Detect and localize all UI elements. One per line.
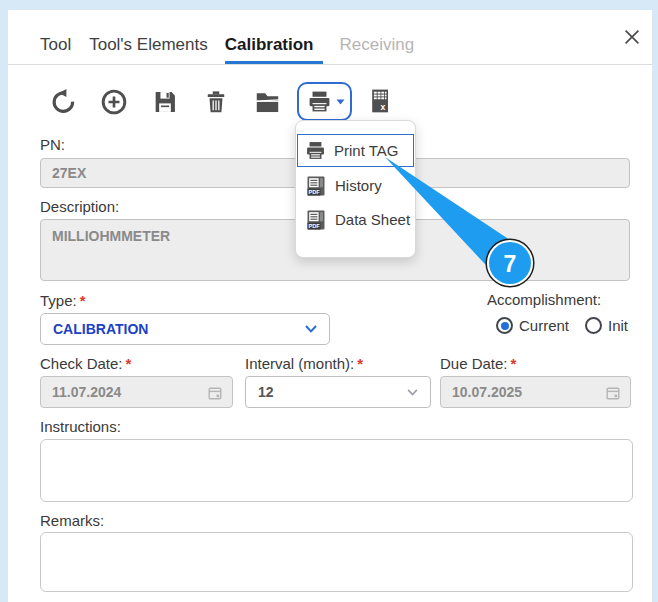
interval-select-value: 12 xyxy=(258,384,274,400)
page-background: Tool Tool's Elements Calibration Receivi… xyxy=(0,0,658,602)
refresh-icon xyxy=(49,88,77,116)
radio-init[interactable] xyxy=(585,317,602,334)
delete-button[interactable] xyxy=(201,86,231,118)
tab-receiving[interactable]: Receiving xyxy=(339,35,416,64)
accomplishment-radio-group: Current Init xyxy=(496,317,628,334)
instructions-label: Instructions: xyxy=(40,418,121,435)
type-select[interactable]: CALIBRATION xyxy=(40,313,330,345)
radio-current-label: Current xyxy=(519,317,569,334)
pdf-icon: PDF xyxy=(304,174,328,198)
required-asterisk: * xyxy=(80,292,86,309)
due-date-field[interactable]: 10.07.2025 xyxy=(440,376,631,408)
check-date-value: 11.07.2024 xyxy=(52,384,121,400)
calendar-icon xyxy=(605,385,621,401)
required-asterisk: * xyxy=(357,355,363,372)
svg-text:x: x xyxy=(380,102,385,112)
remarks-label: Remarks: xyxy=(40,512,104,529)
due-date-label: Due Date: xyxy=(440,355,508,372)
pn-label: PN: xyxy=(40,136,65,153)
folder-icon xyxy=(253,88,282,116)
add-button[interactable] xyxy=(99,86,129,118)
open-button[interactable] xyxy=(252,86,282,118)
instructions-textarea[interactable] xyxy=(40,439,633,502)
menu-item-history[interactable]: PDF History xyxy=(298,170,413,201)
menu-item-label: Print TAG xyxy=(334,142,398,159)
tab-bar: Tool Tool's Elements Calibration Receivi… xyxy=(8,10,652,65)
menu-item-label: Data Sheet xyxy=(335,211,410,228)
plus-circle-icon xyxy=(100,88,128,116)
type-label: Type: xyxy=(40,292,77,309)
radio-init-label: Init xyxy=(608,317,628,334)
tab-tool[interactable]: Tool xyxy=(39,35,72,64)
pdf-icon: PDF xyxy=(304,208,328,232)
tab-calibration[interactable]: Calibration xyxy=(225,35,323,64)
menu-item-data-sheet[interactable]: PDF Data Sheet xyxy=(298,204,413,235)
type-select-value: CALIBRATION xyxy=(53,321,148,337)
remarks-textarea[interactable] xyxy=(40,532,633,592)
print-button[interactable] xyxy=(297,82,352,121)
save-icon xyxy=(151,88,179,116)
chevron-down-icon xyxy=(407,389,418,396)
printer-icon xyxy=(306,88,333,115)
tab-tools-elements[interactable]: Tool's Elements xyxy=(88,35,209,64)
chevron-down-icon xyxy=(336,99,345,105)
excel-export-icon: x xyxy=(367,87,393,116)
required-asterisk: * xyxy=(511,355,517,372)
close-icon xyxy=(621,26,643,48)
menu-item-print-tag[interactable]: Print TAG xyxy=(297,134,414,167)
svg-text:PDF: PDF xyxy=(308,223,320,229)
interval-label: Interval (month): xyxy=(245,355,354,372)
printer-icon xyxy=(304,139,327,162)
description-label: Description: xyxy=(40,198,119,215)
calendar-icon xyxy=(207,385,223,401)
refresh-button[interactable] xyxy=(48,86,78,118)
trash-icon xyxy=(203,88,229,116)
chevron-down-icon xyxy=(305,325,317,333)
radio-current[interactable] xyxy=(496,317,513,334)
radio-dot xyxy=(501,322,509,330)
menu-item-label: History xyxy=(335,177,382,194)
print-dropdown-menu: Print TAG PDF History xyxy=(295,120,416,258)
required-asterisk: * xyxy=(126,355,132,372)
svg-text:PDF: PDF xyxy=(308,189,320,195)
export-excel-button[interactable]: x xyxy=(365,86,395,118)
interval-select[interactable]: 12 xyxy=(245,376,431,408)
check-date-label: Check Date: xyxy=(40,355,123,372)
close-button[interactable] xyxy=(617,22,647,52)
save-button[interactable] xyxy=(150,86,180,118)
accomplishment-label: Accomplishment: xyxy=(487,291,601,308)
toolbar: x xyxy=(48,82,395,121)
check-date-field[interactable]: 11.07.2024 xyxy=(40,376,233,408)
due-date-value: 10.07.2025 xyxy=(452,384,522,400)
